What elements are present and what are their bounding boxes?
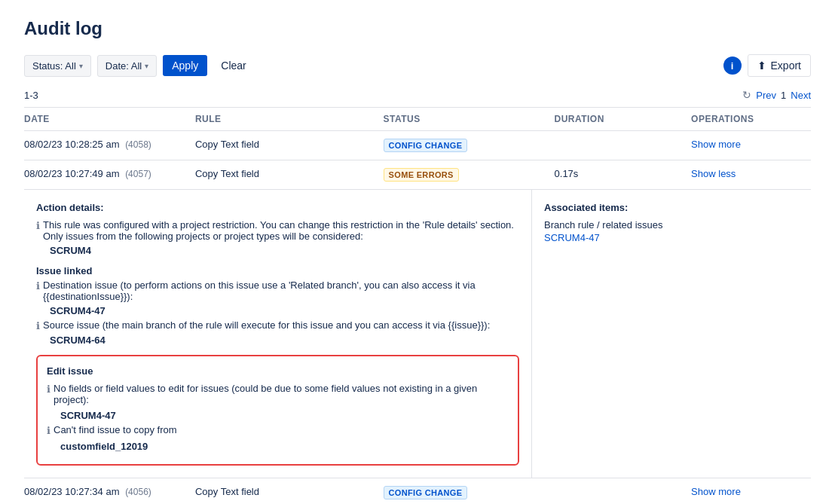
info-circle-icon-4: ℹ — [47, 383, 50, 395]
no-fields-text: No fields or field values to edit for is… — [54, 383, 509, 405]
row1-status: CONFIG CHANGE — [384, 131, 555, 160]
info-icon[interactable]: i — [723, 57, 742, 75]
col-status: Status — [384, 108, 555, 131]
date-chevron-icon: ▾ — [145, 62, 148, 70]
row3-status: CONFIG CHANGE — [384, 478, 555, 505]
row2-date: 08/02/23 10:27:49 am (4057) — [24, 160, 195, 190]
date-filter[interactable]: Date: All ▾ — [97, 55, 157, 77]
row3-rule: Copy Text field — [195, 478, 384, 505]
row2-operations: Show less — [691, 160, 811, 190]
status-badge-config-2: CONFIG CHANGE — [384, 486, 468, 499]
show-more-link[interactable]: Show more — [691, 139, 741, 150]
row2-duration: 0.17s — [555, 160, 692, 190]
restriction-section: ℹ This rule was configured with a projec… — [36, 219, 519, 256]
source-text: Source issue (the main branch of the rul… — [43, 319, 490, 331]
audit-table: Date Rule Status Duration Operations 08/… — [24, 107, 811, 504]
info-circle-icon-5: ℹ — [47, 425, 50, 436]
row3-date: 08/02/23 10:27:34 am (4056) — [24, 478, 195, 505]
row1-rule: Copy Text field — [195, 131, 384, 160]
result-range: 1-3 — [24, 90, 38, 101]
row1-duration — [555, 131, 692, 160]
error-box: Edit issue ℹ No fields or field values t… — [36, 355, 519, 466]
no-fields-value: SCRUM4-47 — [60, 410, 509, 421]
pagination-controls: ↻ Prev 1 Next — [742, 89, 811, 101]
col-operations: Operations — [691, 108, 811, 131]
table-row: 08/02/23 10:28:25 am (4058) Copy Text fi… — [24, 131, 811, 160]
export-label: Export — [771, 60, 801, 72]
table-row: 08/02/23 10:27:34 am (4056) Copy Text fi… — [24, 478, 811, 505]
next-button[interactable]: Next — [791, 90, 811, 101]
prev-button[interactable]: Prev — [756, 90, 776, 101]
issue-linked-title: Issue linked — [36, 265, 519, 276]
restriction-text: This rule was configured with a project … — [43, 219, 519, 242]
action-details-panel: Action details: ℹ This rule was configur… — [24, 190, 532, 478]
issue-linked-section: Issue linked ℹ Destination issue (to per… — [36, 265, 519, 346]
edit-issue-title: Edit issue — [47, 365, 509, 377]
col-duration: Duration — [555, 108, 692, 131]
clear-button[interactable]: Clear — [213, 55, 253, 76]
expanded-row: Action details: ℹ This rule was configur… — [24, 190, 811, 478]
status-badge-errors: SOME ERRORS — [384, 168, 459, 182]
cant-find-text: Can't find issue to copy from — [54, 424, 177, 435]
status-filter[interactable]: Status: All ▾ — [24, 55, 91, 77]
export-button[interactable]: ⬆ Export — [748, 54, 811, 77]
associated-title: Associated items: — [544, 202, 799, 213]
col-date: Date — [24, 108, 195, 131]
show-less-link[interactable]: Show less — [691, 168, 736, 179]
expanded-cell: Action details: ℹ This rule was configur… — [24, 190, 811, 478]
row1-date: 08/02/23 10:28:25 am (4058) — [24, 131, 195, 160]
toolbar: Status: All ▾ Date: All ▾ Apply Clear i … — [24, 54, 811, 77]
refresh-icon[interactable]: ↻ — [742, 89, 751, 101]
row3-operations: Show more — [691, 478, 811, 505]
associated-items-panel: Associated items: Branch rule / related … — [532, 190, 811, 478]
date-filter-label: Date: All — [106, 60, 142, 72]
action-details-title: Action details: — [36, 202, 519, 213]
assoc-link[interactable]: SCRUM4-47 — [544, 232, 600, 243]
status-filter-label: Status: All — [32, 60, 76, 72]
page-title: Audit log — [24, 18, 811, 39]
status-badge-config: CONFIG CHANGE — [384, 139, 468, 152]
info-circle-icon-3: ℹ — [36, 320, 40, 331]
row2-status: SOME ERRORS — [384, 160, 555, 190]
row1-operations: Show more — [691, 131, 811, 160]
row3-duration — [555, 478, 692, 505]
col-rule: Rule — [195, 108, 384, 131]
apply-button[interactable]: Apply — [163, 55, 207, 76]
show-more-link-2[interactable]: Show more — [691, 486, 741, 497]
destination-value: SCRUM4-47 — [50, 305, 519, 316]
status-chevron-icon: ▾ — [79, 62, 83, 70]
restriction-value: SCRUM4 — [50, 245, 519, 256]
table-row: 08/02/23 10:27:49 am (4057) Copy Text fi… — [24, 160, 811, 190]
cant-find-value: customfield_12019 — [60, 441, 509, 452]
toolbar-right: i ⬆ Export — [723, 54, 811, 77]
assoc-item-label: Branch rule / related issues — [544, 219, 799, 231]
page-number: 1 — [781, 90, 786, 101]
source-value: SCRUM4-64 — [50, 334, 519, 346]
table-header-row: Date Rule Status Duration Operations — [24, 108, 811, 131]
row2-rule: Copy Text field — [195, 160, 384, 190]
expanded-content: Action details: ℹ This rule was configur… — [24, 190, 811, 478]
pagination-row: 1-3 ↻ Prev 1 Next — [24, 89, 811, 101]
info-circle-icon-2: ℹ — [36, 280, 40, 292]
export-icon: ⬆ — [757, 60, 766, 72]
destination-text: Destination issue (to perform actions on… — [43, 279, 519, 302]
info-circle-icon: ℹ — [36, 220, 40, 231]
